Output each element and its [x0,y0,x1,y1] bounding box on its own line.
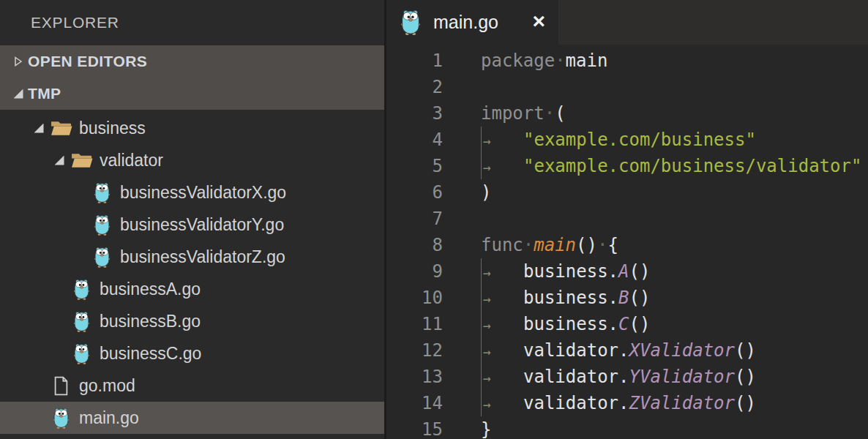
code-token: } [481,419,491,439]
line-number: 4 [386,127,443,153]
code-text: →business.C() [481,311,650,337]
tree-item-label: businessA.go [100,279,201,299]
code-text: →validator.YValidator() [481,364,756,390]
code-line[interactable]: 2 [386,74,868,100]
code-line[interactable]: 1package·main [386,48,868,74]
folder-open-icon [69,151,94,170]
file-icon [48,376,73,396]
line-number: 3 [386,100,443,127]
tree-item[interactable]: go.mod [0,369,384,402]
tree-item[interactable]: business [0,112,384,144]
line-number: 2 [386,74,443,100]
tab-main-go[interactable]: main.go × [386,0,558,45]
code-token: B [618,288,629,308]
line-number: 11 [386,311,443,337]
code-token: validator. [523,340,629,361]
tree-item-label: businessValidatorX.go [120,183,286,203]
go-gopher-icon [400,10,422,35]
code-token: business. [523,261,618,282]
code-token: ( [555,103,565,124]
code-token: ) [481,182,491,203]
twistie-expanded-icon [9,89,28,99]
tree-item-label: main.go [79,408,139,428]
tab-whitespace-arrow: → [481,339,523,365]
code-token: import [481,103,545,124]
code-line[interactable]: 12→validator.XValidator() [386,337,868,364]
line-number: 10 [386,285,443,311]
code-line[interactable]: 7 [386,206,868,232]
line-number: 15 [386,416,443,439]
tab-whitespace-arrow: → [481,286,523,312]
code-token: () [735,367,756,387]
tree-item[interactable]: businessValidatorX.go [0,176,384,209]
code-token: A [618,261,629,282]
code-text: →validator.XValidator() [481,337,756,364]
line-number: 8 [386,232,443,258]
go-gopher-icon [89,214,114,236]
go-gopher-icon [89,182,114,203]
code-token: () [629,288,651,308]
code-line[interactable]: 8func·main()·{ [386,232,868,258]
line-number: 5 [386,153,443,179]
explorer-title: EXPLORER [0,0,384,45]
tree-item-label: businessC.go [100,344,201,364]
code-text: import·( [481,100,566,127]
line-number: 13 [386,364,443,390]
code-token: · [545,103,555,124]
code-line[interactable]: 4→"example.com/business" [386,127,868,153]
tree-item-label: businessB.go [100,312,201,331]
code-text: →business.A() [481,258,650,285]
code-line[interactable]: 6) [386,179,868,206]
go-gopher-icon [69,311,94,332]
code-token: "example.com/business/validator" [523,156,861,176]
go-gopher-icon [69,343,94,364]
close-icon[interactable]: × [532,10,545,32]
tab-whitespace-arrow: → [481,312,523,339]
line-number: 12 [386,337,443,364]
code-token: "example.com/business" [523,130,756,150]
code-text: →validator.ZValidator() [481,390,756,416]
code-token: validator. [523,393,629,413]
code-token: () [629,314,651,334]
code-token: business. [523,288,618,308]
line-number: 9 [386,258,443,285]
tree-item[interactable]: businessA.go [0,273,384,305]
line-number: 14 [386,390,443,416]
tree-item[interactable]: main.go [0,402,384,434]
code-line[interactable]: 10→business.B() [386,285,868,311]
tree-item[interactable]: businessValidatorY.go [0,209,384,241]
code-line[interactable]: 5→"example.com/business/validator" [386,153,868,179]
code-token: () [735,393,756,413]
code-text: ) [481,179,491,206]
go-gopher-icon [48,408,73,429]
code-line[interactable]: 15} [386,416,868,439]
code-token: business. [523,314,618,334]
code-token: main [566,50,608,71]
code-line[interactable]: 13→validator.YValidator() [386,364,868,390]
code-token: · [555,50,565,71]
code-line[interactable]: 14→validator.ZValidator() [386,390,868,416]
code-line[interactable]: 11→business.C() [386,311,868,337]
tree-item[interactable]: businessValidatorZ.go [0,241,384,273]
code-token: XValidator [629,340,736,361]
line-number: 1 [386,48,443,74]
tree-item[interactable]: validator [0,144,384,176]
code-token: main [534,235,576,255]
tree-item[interactable]: businessC.go [0,337,384,369]
code-token: () [735,340,756,361]
section-open-editors[interactable]: OPEN EDITORS [0,45,384,78]
code-line[interactable]: 9→business.A() [386,258,868,285]
twistie-expanded-icon [29,124,48,133]
code-line[interactable]: 3import·( [386,100,868,127]
code-editor[interactable]: 1package·main23import·(4→"example.com/bu… [386,45,868,439]
tab-whitespace-arrow: → [481,128,523,154]
editor-group: main.go × 1package·main23import·(4→"exam… [386,0,868,439]
tree-item-label: businessValidatorY.go [120,215,284,235]
vscode-window: EXPLORER OPEN EDITORS TMP business valid… [0,0,868,439]
code-token: () [629,261,651,282]
code-text: →"example.com/business" [481,127,756,153]
go-gopher-icon [69,279,94,300]
section-tmp[interactable]: TMP [0,78,384,110]
tree-item[interactable]: businessB.go [0,305,384,337]
code-text: func·main()·{ [481,232,618,258]
